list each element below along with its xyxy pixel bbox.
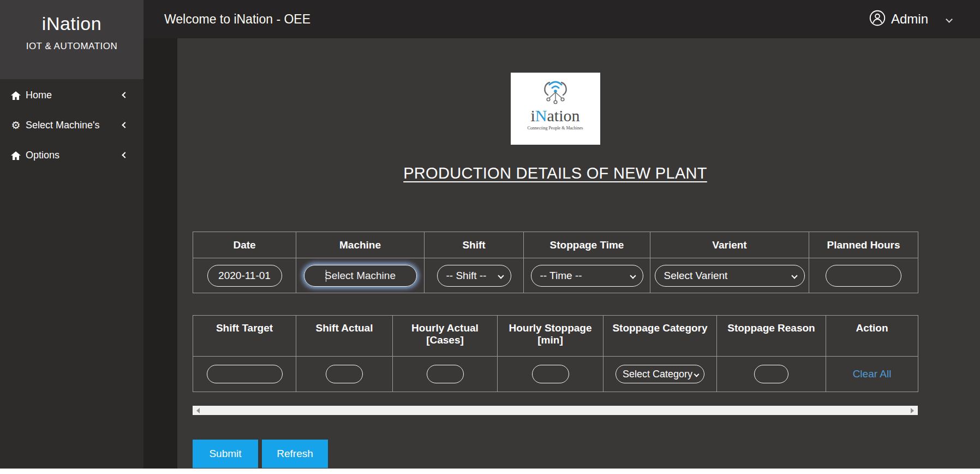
machine-input[interactable] <box>304 265 417 287</box>
shift-actual-input[interactable] <box>326 365 363 383</box>
column-header-stoppage-reason: Stoppage Reason <box>717 316 826 357</box>
chevron-down-icon <box>791 272 797 279</box>
ination-logo: iNation Connecting People & Machines <box>511 73 600 145</box>
column-header-hourly-stoppage: Hourly Stoppage [min] <box>498 316 603 357</box>
column-header-stoppage-time: Stoppage Time <box>524 232 650 258</box>
scroll-left-arrow-icon[interactable] <box>196 408 200 413</box>
input-row: -- Shift -- -- Time -- <box>193 258 918 293</box>
column-header-shift-actual: Shift Actual <box>296 316 393 357</box>
chevron-left-icon <box>122 122 128 128</box>
logo-tagline: Connecting People & Machines <box>511 126 600 131</box>
column-header-stoppage-category: Stoppage Category <box>603 316 717 357</box>
hourly-actual-input[interactable] <box>427 365 464 383</box>
shift-select[interactable]: -- Shift -- <box>437 265 511 287</box>
shift-target-input[interactable] <box>207 365 283 383</box>
stoppage-time-select[interactable]: -- Time -- <box>531 265 643 287</box>
home-icon <box>10 151 22 160</box>
submit-button[interactable]: Submit <box>193 440 258 468</box>
column-header-action: Action <box>826 316 918 357</box>
chevron-left-icon <box>122 92 128 98</box>
home-icon <box>10 91 22 100</box>
section-heading: PRODUCTION DETAILS OF NEW PLANT <box>193 162 918 184</box>
stoppage-reason-input[interactable] <box>754 365 788 383</box>
column-header-machine: Machine <box>296 232 425 258</box>
brand-subtitle: IOT & AUTOMATION <box>0 41 144 52</box>
hourly-stoppage-input[interactable] <box>532 365 569 383</box>
form-actions: Submit Refresh <box>193 440 918 468</box>
chevron-left-icon <box>122 152 128 158</box>
content-panel: iNation Connecting People & Machines PRO… <box>177 38 980 469</box>
header-row: Date Machine Shift Stoppage Time Varient… <box>193 232 918 258</box>
chevron-down-icon <box>498 272 504 279</box>
stoppage-category-select[interactable]: Select Category <box>616 365 704 383</box>
horizontal-scrollbar[interactable] <box>193 406 918 415</box>
logo-wordmark: iNation <box>511 108 600 124</box>
main-area: Welcome to iNation - OEE Admin <box>144 0 980 469</box>
column-header-hourly-actual: Hourly Actual [Cases] <box>393 316 498 357</box>
varient-select[interactable]: Select Varient <box>655 265 805 287</box>
column-header-shift-target: Shift Target <box>193 316 296 357</box>
input-row: Select Category Clear All <box>193 357 918 392</box>
sidebar-brand: iNation IOT & AUTOMATION <box>0 0 144 79</box>
chevron-down-icon <box>630 272 636 279</box>
sidebar-item-options[interactable]: Options <box>0 140 144 170</box>
column-header-shift: Shift <box>425 232 524 258</box>
content-gutter: iNation Connecting People & Machines PRO… <box>144 38 980 469</box>
date-input[interactable] <box>207 265 282 287</box>
sidebar-menu: Home ⚙ Select Machine's Options <box>0 79 144 170</box>
column-header-varient: Varient <box>650 232 809 258</box>
top-header: Welcome to iNation - OEE Admin <box>144 0 980 38</box>
sidebar-item-label: Options <box>26 150 59 161</box>
brand-title: iNation <box>0 13 144 34</box>
column-header-date: Date <box>193 232 296 258</box>
header-row: Shift Target Shift Actual Hourly Actual … <box>193 316 918 357</box>
scroll-right-arrow-icon[interactable] <box>911 408 914 413</box>
sidebar: iNation IOT & AUTOMATION Home ⚙ Select M… <box>0 0 144 469</box>
clear-all-link[interactable]: Clear All <box>853 368 892 380</box>
refresh-button[interactable]: Refresh <box>262 440 328 468</box>
production-detail-table: Shift Target Shift Actual Hourly Actual … <box>193 315 918 392</box>
sidebar-item-home[interactable]: Home <box>0 80 144 110</box>
user-circle-icon <box>869 10 886 28</box>
chevron-down-icon <box>694 371 700 377</box>
sidebar-item-label: Select Machine's <box>26 120 100 131</box>
sidebar-item-select-machines[interactable]: ⚙ Select Machine's <box>0 110 144 140</box>
user-name: Admin <box>891 11 928 27</box>
chevron-down-icon <box>946 16 953 23</box>
gear-icon: ⚙ <box>10 120 22 131</box>
column-header-planned-hours: Planned Hours <box>809 232 918 258</box>
user-menu[interactable]: Admin <box>869 10 952 28</box>
page-title: Welcome to iNation - OEE <box>164 12 310 27</box>
sidebar-item-label: Home <box>26 90 52 101</box>
text-caret <box>326 270 326 282</box>
app-window: iNation IOT & AUTOMATION Home ⚙ Select M… <box>0 0 980 469</box>
cloud-wifi-icon <box>530 77 581 105</box>
production-form-table: Date Machine Shift Stoppage Time Varient… <box>193 232 918 293</box>
planned-hours-input[interactable] <box>826 265 901 287</box>
